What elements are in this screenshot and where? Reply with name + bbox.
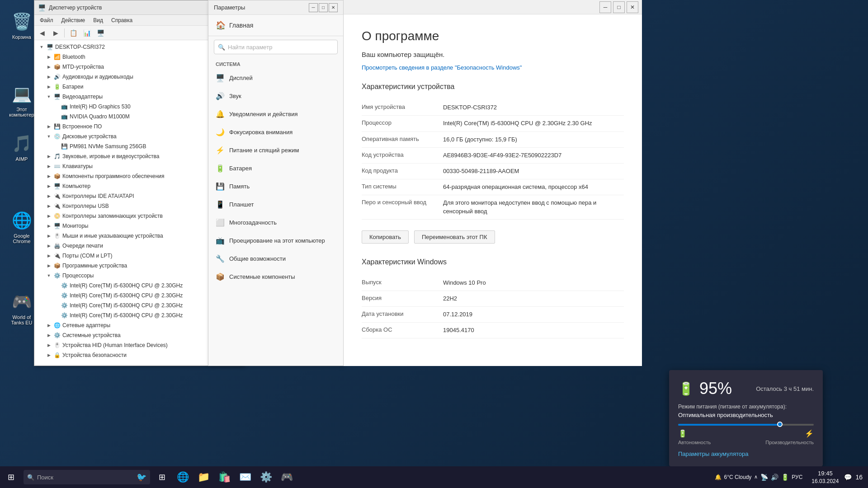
tree-toggle[interactable]: ▶ [45, 153, 52, 160]
taskbar: ⊞ 🔍 Поиск 🐦 ⊞ 🌐 📁 🛍️ ✉️ ⚙️ 🎮 🔔 6°C Cloud… [0, 466, 868, 488]
tree-toggle[interactable]: ▶ [45, 73, 52, 80]
tree-item-icon: ⚙️ [61, 292, 68, 299]
language-indicator[interactable]: РУС [792, 474, 802, 480]
tree-leaf-spacer [52, 143, 60, 150]
settings-nav-display[interactable]: 🖥️ Дисплей [208, 69, 343, 87]
store-taskbar[interactable]: 🛍️ [214, 467, 234, 487]
nav-label-multitasking: Многозадачность [229, 219, 277, 226]
tree-toggle[interactable]: ▶ [45, 83, 52, 90]
menu-action[interactable]: Действие [58, 16, 89, 24]
clock-date: 16.03.2024 [811, 478, 839, 485]
forward-button[interactable]: ▶ [50, 27, 61, 39]
settings-taskbar[interactable]: ⚙️ [256, 467, 276, 487]
about-windows-row: Выпуск Windows 10 Pro [362, 275, 624, 291]
tree-toggle[interactable]: ▶ [45, 342, 52, 349]
about-close[interactable]: ✕ [627, 1, 638, 13]
tree-toggle[interactable]: ▶ [45, 322, 52, 329]
explorer-taskbar[interactable]: 📁 [193, 467, 213, 487]
about-maximize[interactable]: □ [613, 1, 625, 13]
tree-toggle[interactable]: ▼ [45, 93, 52, 100]
tree-item-icon: 🖥️ [53, 93, 61, 100]
taskbar-search[interactable]: 🔍 Поиск 🐦 [24, 470, 150, 484]
copy-button[interactable]: Копировать [362, 230, 409, 244]
tree-toggle[interactable]: ▶ [45, 332, 52, 339]
settings-nav-projecting[interactable]: 📺 Проецирование на этот компьютер [208, 231, 343, 249]
start-button[interactable]: ⊞ [0, 466, 22, 488]
nav-icon-power: ⚡ [216, 145, 225, 155]
settings-nav-sound[interactable]: 🔊 Звук [208, 87, 343, 105]
nav-label-memory: Память [229, 183, 250, 190]
view-btn-3[interactable]: 🖥️ [94, 27, 106, 39]
tree-toggle[interactable]: ▶ [45, 53, 52, 61]
view-btn-2[interactable]: 📊 [81, 27, 93, 39]
settings-search-box[interactable]: 🔍 Найти параметр [214, 40, 338, 54]
tree-item-label: Intel(R) Core(TM) i5-6300HQ CPU @ 2.30GH… [70, 312, 183, 319]
settings-nav-multitasking[interactable]: ⬜ Многозадачность [208, 213, 343, 231]
tree-toggle[interactable]: ▶ [45, 202, 52, 210]
battery-slider-labels: Автономность Производительность [678, 440, 814, 445]
menu-view[interactable]: Вид [90, 16, 107, 24]
rename-pc-button[interactable]: Переименовать этот ПК [414, 230, 495, 244]
taskbar-tray: 🔔 6°C Cloudy ∧ 📡 🔊 🔋 РУС [711, 474, 807, 481]
settings-nav-shared[interactable]: 🔧 Общие возможности [208, 249, 343, 267]
tree-toggle[interactable]: ▶ [45, 242, 52, 249]
about-row-label: Код устройства [362, 151, 443, 160]
settings-nav-system-components[interactable]: 📦 Системные компоненты [208, 267, 343, 286]
tree-toggle[interactable]: ▶ [45, 262, 52, 269]
settings-nav-power[interactable]: ⚡ Питание и спящий режим [208, 141, 343, 159]
settings-maximize[interactable]: □ [319, 3, 328, 12]
notification-center-icon[interactable]: 💬 [844, 474, 852, 481]
tree-toggle[interactable]: ▶ [45, 63, 52, 70]
settings-minimize[interactable]: ─ [309, 3, 318, 12]
about-minimize[interactable]: ─ [599, 1, 611, 13]
back-button[interactable]: ◀ [36, 27, 48, 39]
tree-item-label: Звуковые, игровые и видеоустройства [62, 153, 159, 160]
tree-leaf-spacer [52, 312, 60, 319]
device-characteristics-title: Характеристики устройства [362, 83, 624, 91]
tray-chevron[interactable]: ∧ [754, 474, 758, 480]
device-manager-icon: 🖥️ [38, 4, 45, 11]
tree-item-icon: 📦 [53, 63, 61, 70]
settings-nav-battery[interactable]: 🔋 Батарея [208, 159, 343, 177]
tree-toggle[interactable]: ▶ [45, 123, 52, 130]
tree-toggle[interactable]: ▶ [45, 222, 52, 230]
tree-toggle[interactable]: ▶ [45, 192, 52, 200]
edge-taskbar[interactable]: 🌐 [173, 467, 193, 487]
tree-item-label: Устройства HID (Human Interface Devices) [62, 342, 168, 348]
about-row-label: Оперативная память [362, 136, 443, 144]
tree-toggle[interactable]: ▼ [45, 272, 52, 279]
tree-toggle[interactable]: ▶ [45, 212, 52, 220]
battery-header: 🔋 95% Осталось 3 ч 51 мин. [678, 379, 814, 398]
tree-item-icon: 🖥️ [53, 183, 61, 190]
tree-toggle[interactable]: ▶ [45, 183, 52, 190]
tree-item-icon: 📦 [53, 173, 61, 180]
settings-home-header[interactable]: 🏠 Главная [208, 15, 343, 36]
settings-close[interactable]: ✕ [329, 3, 338, 12]
settings-nav-notifications[interactable]: 🔔 Уведомления и действия [208, 105, 343, 123]
tree-item-icon: 🔒 [53, 352, 61, 359]
battery-settings-link[interactable]: Параметры аккумулятора [678, 450, 814, 457]
settings-nav-focus[interactable]: 🌙 Фокусировка внимания [208, 123, 343, 141]
mail-taskbar[interactable]: ✉️ [235, 467, 255, 487]
tree-toggle[interactable]: ▶ [45, 252, 52, 259]
tree-toggle[interactable]: ▶ [45, 173, 52, 180]
battery-slider[interactable]: 🔋 ⚡ Автономность Производительность [678, 424, 814, 445]
settings-nav-tablet[interactable]: 📱 Планшет [208, 195, 343, 213]
taskbar-clock[interactable]: 19:45 16.03.2024 [808, 469, 842, 485]
tree-item-label: Программные устройства [62, 263, 127, 269]
settings-search-placeholder: Найти параметр [228, 44, 272, 51]
security-windows-link[interactable]: Просмотреть сведения в разделе "Безопасн… [362, 64, 624, 72]
menu-file[interactable]: Файл [36, 16, 57, 24]
view-btn-1[interactable]: 📋 [67, 27, 79, 39]
tree-toggle[interactable]: ▶ [45, 163, 52, 170]
tree-toggle[interactable]: ▶ [45, 352, 52, 359]
app-taskbar-6[interactable]: 🎮 [277, 467, 297, 487]
nav-icon-multitasking: ⬜ [216, 218, 225, 227]
menu-help[interactable]: Справка [108, 16, 136, 24]
tree-toggle[interactable]: ▶ [45, 232, 52, 239]
settings-nav-memory[interactable]: 💾 Память [208, 177, 343, 195]
task-view-button[interactable]: ⊞ [152, 467, 172, 487]
tree-toggle[interactable]: ▼ [38, 43, 45, 51]
tree-toggle[interactable]: ▼ [45, 133, 52, 140]
about-device-row: Код продукта 00330-50498-21189-AAOEM [362, 164, 624, 179]
